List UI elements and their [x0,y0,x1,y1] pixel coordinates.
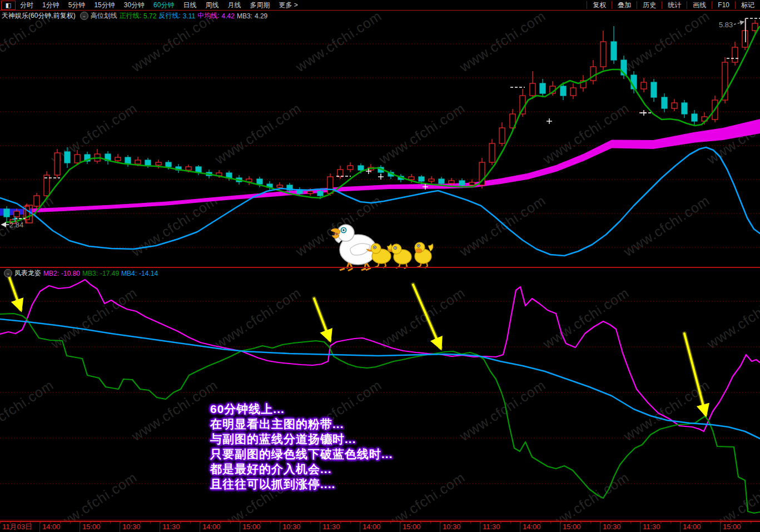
field-mb4-value: -14.14 [139,270,158,277]
tool-stats[interactable]: 统计 [662,1,687,9]
axis-divider [0,520,760,520]
field-fanxingxian-value: 3.11 [183,12,195,20]
tab-more[interactable]: 更多 > [274,1,302,10]
axis-label: 15:00 [80,522,120,532]
axis-label: 11:30 [640,522,680,532]
field-mb2-value: -10.80 [61,270,80,277]
app-window: www.cfchi.comwww.cfchi.comwww.cfchi.comw… [0,0,760,532]
field-mb3-label: MB3: [82,270,98,277]
axis-label: 14:00 [39,522,80,532]
axis-label: 14:00 [680,522,720,532]
panel-divider[interactable] [0,267,760,268]
tab-monthly[interactable]: 月线 [223,1,245,10]
sub-panel-header: ⌄ 凤表龙姿 MB2: -10.80 MB3: -17.49 MB4: -14.… [2,269,160,278]
collapse-icon[interactable]: ⌄ [80,12,88,20]
axis-label: 11:30 [480,522,520,532]
axis-label: 14:00 [520,522,560,532]
note-line: 都是最好的介入机会... [210,461,393,476]
note-line: 只要副图的绿色线下破蓝色线时... [210,446,393,461]
axis-label: 15:00 [720,522,760,532]
axis-label: 14:00 [200,522,240,532]
indicator-name[interactable]: 高位划线 [91,11,117,21]
note-line: 且往往可以抓到涨停.... [210,476,393,491]
tool-history[interactable]: 历史 [637,1,662,9]
field-mb3-label: MB3: [237,12,252,20]
tool-fuquan[interactable]: 复权 [587,1,612,9]
price-label-high: 5.83 [719,21,733,29]
tab-fenshi[interactable]: 分时 [16,1,38,10]
tool-mark[interactable]: 标记 [735,1,760,9]
axis-label: 11:30 [160,522,200,532]
axis-label: 15:00 [400,522,440,532]
axis-label: 11:30 [320,522,360,532]
time-axis: 11月03日 14:00 15:00 10:30 11:30 14:00 15:… [0,521,760,532]
axis-label: 10:30 [280,522,320,532]
axis-label: 10:30 [600,522,640,532]
note-line: 在明显看出主图的粉带... [210,416,393,431]
instrument-title: 天神娱乐(60分钟.前复权) [2,11,76,21]
field-fanxingxian-label: 反行线: [158,11,180,21]
axis-label: 10:30 [120,522,160,532]
axis-label: 10:30 [440,522,480,532]
axis-label: 14:00 [360,522,400,532]
tab-5min[interactable]: 5分钟 [64,1,90,10]
tab-daily[interactable]: 日线 [178,1,201,10]
period-tabs: 分时 1分钟 5分钟 15分钟 30分钟 60分钟 日线 周线 月线 多周期 更… [16,1,302,10]
ducks-image [331,225,433,271]
top-toolbar: ◧ 分时 1分钟 5分钟 15分钟 30分钟 60分钟 日线 周线 月线 多周期… [0,0,760,11]
annotation-note: 60分钟线上... 在明显看出主图的粉带... 与副图的蓝线分道扬镳时... 只… [210,401,393,491]
tab-multi-period[interactable]: 多周期 [245,1,274,10]
tab-weekly[interactable]: 周线 [201,1,223,10]
main-panel-header: 天神娱乐(60分钟.前复权) ⌄ 高位划线 正行线: 5.72 反行线: 3.1… [2,11,270,21]
tab-30min[interactable]: 30分钟 [120,1,149,10]
note-line: 60分钟线上... [210,401,393,416]
axis-label: 15:00 [240,522,280,532]
tool-overlay[interactable]: 叠加 [612,1,637,9]
tool-drawline[interactable]: 画线 [687,1,712,9]
field-mb2-label: MB2: [43,270,59,277]
field-zhengxingxian-value: 5.72 [143,12,156,20]
note-line: 与副图的蓝线分道扬镳时... [210,431,393,446]
axis-label: 15:00 [560,522,600,532]
axis-label: 11月03日 [0,522,39,532]
field-mb4-label: MB4: [121,270,137,277]
tab-60min[interactable]: 60分钟 [149,1,178,10]
right-toolbar: 复权 叠加 历史 统计 画线 F10 标记 [587,0,760,10]
tab-15min[interactable]: 15分钟 [90,1,119,10]
field-zhongjunxian-label: 中均线: [197,11,219,21]
sub-indicator-name[interactable]: 凤表龙姿 [14,269,41,278]
tab-1min[interactable]: 1分钟 [38,1,64,10]
field-mb3-value: 4.29 [255,12,267,20]
field-mb3-value: -17.49 [100,270,119,277]
window-split-icon[interactable]: ◧ [1,1,16,10]
collapse-icon[interactable]: ⌄ [4,269,12,277]
tool-f10[interactable]: F10 [712,1,735,9]
field-zhongjunxian-value: 4.42 [222,12,235,20]
price-label-low: 2.84 [9,221,23,229]
field-zhengxingxian-label: 正行线: [120,11,141,21]
